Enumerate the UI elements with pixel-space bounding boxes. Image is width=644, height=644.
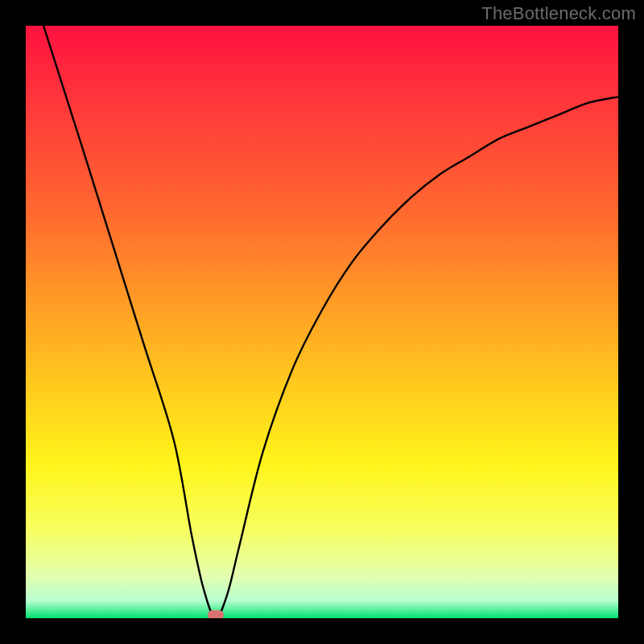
attribution-text: TheBottleneck.com [481, 3, 636, 24]
curve-svg [26, 26, 618, 618]
optimum-marker-icon [208, 610, 224, 618]
plot-area [26, 26, 618, 618]
chart-frame: TheBottleneck.com [0, 0, 644, 644]
bottleneck-curve [43, 26, 618, 618]
